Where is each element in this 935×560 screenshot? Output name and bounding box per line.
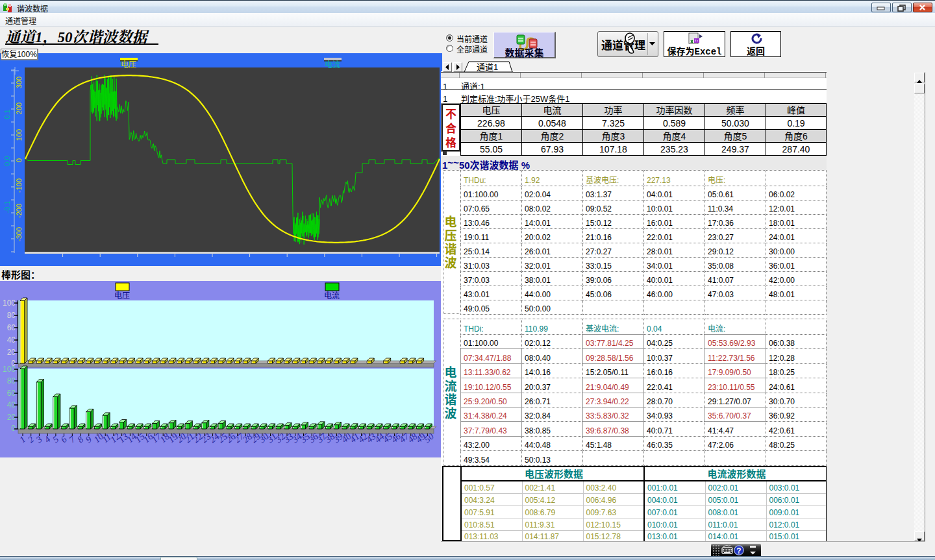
svg-text:0: 0 [11, 422, 16, 433]
svg-text:电流: 电流 [325, 58, 340, 69]
svg-text:0.0: 0.0 [1, 156, 12, 165]
svg-text:?: ? [736, 546, 741, 555]
svg-text:通道1: 通道1 [477, 61, 498, 73]
svg-text:60: 60 [7, 321, 16, 332]
svg-text:20: 20 [7, 411, 16, 422]
svg-text:-100: -100 [13, 178, 23, 193]
svg-text:300: 300 [13, 77, 23, 88]
svg-text:0: 0 [13, 158, 23, 162]
svg-text:-200: -200 [13, 204, 23, 218]
svg-text:电压: 电压 [121, 58, 136, 69]
svg-text:80: 80 [7, 374, 16, 385]
svg-text:电流: 电流 [324, 289, 340, 300]
svg-text:-300: -300 [13, 227, 23, 241]
svg-text:100: 100 [13, 129, 23, 141]
svg-text:100: 100 [3, 363, 16, 374]
svg-text:80: 80 [7, 309, 16, 320]
svg-text:200: 200 [13, 103, 23, 114]
svg-text:40: 40 [7, 398, 16, 409]
svg-text:100: 100 [3, 297, 16, 308]
svg-text:0.1: 0.1 [1, 109, 12, 119]
svg-text:-0.1: -0.1 [1, 201, 12, 213]
svg-text:20: 20 [7, 346, 16, 357]
svg-text:电压: 电压 [114, 289, 130, 300]
svg-text:40: 40 [7, 334, 16, 345]
svg-text:60: 60 [7, 387, 16, 398]
